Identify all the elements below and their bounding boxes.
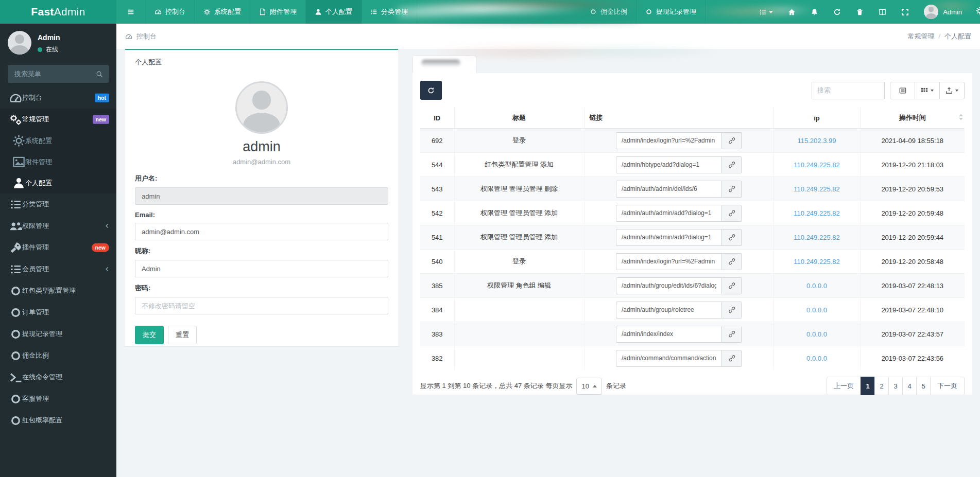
navbar-tab[interactable]: 佣金比例 [581, 0, 637, 24]
clear-cache-button[interactable] [856, 8, 864, 16]
navbar-tab[interactable]: 提现记录管理 [637, 0, 706, 24]
ip-link[interactable]: 110.249.225.82 [794, 185, 839, 193]
sidebar-item[interactable]: 会员管理 [0, 258, 116, 280]
link-input[interactable] [616, 350, 722, 367]
link-input[interactable] [616, 132, 722, 149]
page-size-select[interactable]: 10 [576, 378, 601, 395]
sidebar-item[interactable]: 佣金比例 [0, 345, 116, 366]
table-search-input[interactable] [812, 82, 885, 99]
link-copy-button[interactable] [722, 156, 742, 173]
nickname-field[interactable] [135, 260, 388, 277]
link-copy-button[interactable] [722, 350, 742, 367]
avatar [924, 5, 938, 19]
link-input[interactable] [616, 205, 722, 222]
brand-logo[interactable]: FastAdmin [0, 0, 116, 24]
language-button[interactable] [879, 8, 886, 16]
column-header[interactable]: 操作时间 [860, 108, 965, 129]
sidebar-item[interactable]: 控制台hot [0, 87, 116, 109]
sort-icon[interactable] [959, 114, 963, 122]
ip-link[interactable]: 0.0.0.0 [806, 282, 827, 290]
sidebar-item[interactable]: 附件管理 [0, 151, 116, 172]
page-button[interactable]: 4 [902, 377, 917, 395]
next-page-button[interactable]: 下一页 [930, 377, 965, 395]
navbar-tab[interactable]: 控制台 [146, 0, 195, 24]
link-copy-button[interactable] [722, 205, 742, 222]
ip-link[interactable]: 0.0.0.0 [806, 355, 827, 362]
column-header[interactable]: 标题 [454, 108, 584, 129]
ip-link[interactable]: 115.202.3.99 [798, 137, 836, 145]
sidebar-item[interactable]: 系统配置 [0, 130, 116, 151]
table-row: 3830.0.0.02019-03-07 22:43:57 [420, 322, 965, 346]
sidebar-item[interactable]: 红包类型配置管理 [0, 280, 116, 302]
sidebar-toggle-button[interactable] [116, 0, 146, 24]
sidebar-item-label: 插件管理 [22, 243, 49, 252]
link-copy-button[interactable] [722, 253, 742, 270]
cell-title: 权限管理 管理员管理 添加 [454, 201, 584, 225]
email-field[interactable] [135, 223, 388, 240]
log-tab[interactable] [412, 56, 476, 74]
columns-button[interactable] [915, 82, 940, 99]
link-input[interactable] [616, 156, 722, 173]
link-copy-button[interactable] [722, 132, 742, 149]
ip-link[interactable]: 110.249.225.82 [794, 234, 839, 241]
sidebar-item[interactable]: 红包概率配置 [0, 410, 116, 431]
sidebar-item[interactable]: 订单管理 [0, 302, 116, 323]
link-copy-button[interactable] [722, 302, 742, 319]
cell-link [584, 298, 773, 322]
ip-link[interactable]: 110.249.225.82 [794, 161, 839, 169]
sidebar-item[interactable]: 提现记录管理 [0, 323, 116, 345]
ip-link[interactable]: 110.249.225.82 [794, 209, 839, 217]
link-input[interactable] [616, 253, 722, 270]
sidebar-item[interactable]: 权限管理 [0, 215, 116, 237]
sidebar-item[interactable]: 插件管理new [0, 237, 116, 258]
navbar-tab[interactable]: 分类管理 [362, 0, 417, 24]
settings-button[interactable] [975, 7, 980, 17]
link-copy-button[interactable] [722, 277, 742, 294]
user-menu[interactable]: Admin [924, 5, 962, 19]
reset-button[interactable]: 重置 [168, 326, 197, 344]
breadcrumb-parent[interactable]: 常规管理 [907, 32, 934, 41]
link-input[interactable] [616, 229, 722, 246]
sidebar-item[interactable]: 常规管理new [0, 109, 116, 130]
ip-link[interactable]: 0.0.0.0 [806, 306, 827, 314]
sidebar-item[interactable]: 客服管理 [0, 388, 116, 410]
sidebar-item[interactable]: 分类管理 [0, 193, 116, 215]
home-button[interactable] [788, 8, 796, 16]
sidebar-item-label: 红包概率配置 [22, 416, 62, 425]
link-input[interactable] [616, 302, 722, 319]
menu-badge: new [93, 115, 109, 124]
link-copy-button[interactable] [722, 229, 742, 246]
refresh-button[interactable] [833, 8, 841, 16]
toggle-view-button[interactable] [890, 82, 915, 99]
navbar-tab[interactable]: 系统配置 [195, 0, 250, 24]
window-list-dropdown[interactable] [759, 8, 773, 16]
navbar-tab[interactable]: 附件管理 [250, 0, 306, 24]
sidebar-item[interactable]: 在线命令管理 [0, 366, 116, 388]
ip-link[interactable]: 110.249.225.82 [794, 258, 839, 266]
page-button[interactable]: 3 [888, 377, 903, 395]
link-copy-button[interactable] [722, 326, 742, 343]
page-button[interactable]: 1 [861, 377, 875, 395]
fullscreen-button[interactable] [901, 8, 909, 16]
menu-search-input[interactable] [13, 69, 96, 78]
ip-link[interactable]: 0.0.0.0 [806, 330, 827, 338]
link-input[interactable] [616, 181, 722, 198]
notifications-button[interactable] [811, 8, 818, 16]
sidebar-item[interactable]: 个人配置 [0, 172, 116, 193]
link-copy-button[interactable] [722, 181, 742, 198]
profile-avatar[interactable] [235, 81, 288, 134]
table-refresh-button[interactable] [420, 81, 442, 100]
column-header[interactable]: ip [773, 108, 860, 129]
submit-button[interactable]: 提交 [135, 326, 164, 344]
link-input[interactable] [616, 326, 722, 343]
navbar-tab[interactable]: 个人配置 [306, 0, 362, 24]
link-input[interactable] [616, 277, 722, 294]
export-button[interactable] [939, 82, 965, 99]
page-size-value: 10 [581, 382, 589, 390]
page-button[interactable]: 5 [916, 377, 931, 395]
password-field[interactable] [135, 297, 388, 314]
column-header[interactable]: ID [420, 108, 454, 129]
page-button[interactable]: 2 [874, 377, 889, 395]
column-header[interactable]: 链接 [584, 108, 773, 129]
prev-page-button[interactable]: 上一页 [827, 377, 861, 395]
